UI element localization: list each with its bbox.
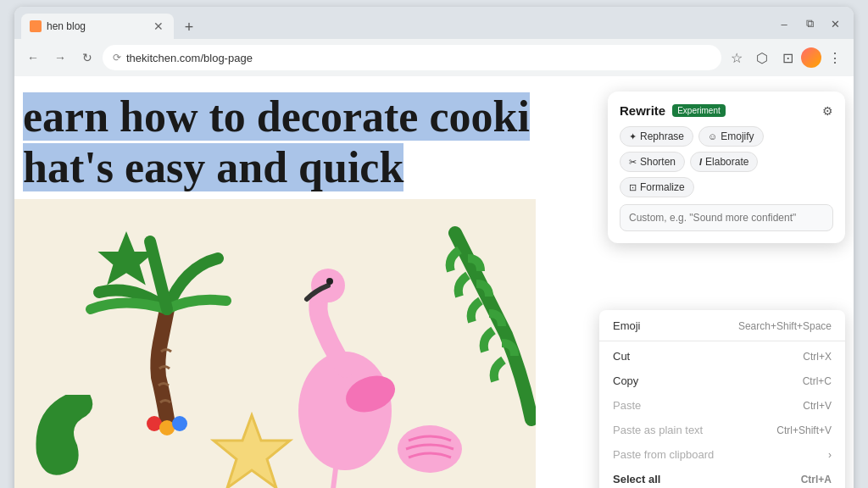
rephrase-button[interactable]: ✦ Rephrase	[620, 126, 693, 147]
gear-icon[interactable]: ⚙	[822, 104, 833, 118]
shorten-icon: ✂	[629, 157, 637, 168]
browser-window: hen blog ✕ + – ⧉ ✕ ← → ↻ ⟳ thekitchen.co…	[14, 7, 854, 488]
page-content: earn how to decorate cooki hat's easy an…	[14, 76, 854, 488]
copy-shortcut: Ctrl+C	[803, 375, 832, 387]
paste-clipboard-label: Paste from clipboard	[613, 448, 714, 461]
heading-highlight-2: hat's easy and quick	[23, 143, 403, 191]
url-text: thekitchen.com/blog-page	[126, 52, 711, 64]
cut-shortcut: Ctrl+X	[803, 351, 832, 363]
browser-tab[interactable]: hen blog ✕	[21, 14, 174, 39]
shorten-label: Shorten	[640, 156, 676, 168]
rewrite-title-wrap: Rewrite Experiment	[620, 103, 726, 118]
toolbar-icons: ☆ ⬡ ⊡ ⋮	[725, 46, 847, 69]
context-menu-select-all[interactable]: Select all Ctrl+A	[599, 467, 845, 488]
emojify-icon: ☺	[708, 131, 717, 141]
select-all-shortcut: Ctrl+A	[801, 474, 832, 485]
paste-label: Paste	[613, 399, 641, 412]
context-menu-emoji[interactable]: Emoji Search+Shift+Space	[599, 313, 845, 338]
tab-close-button[interactable]: ✕	[152, 19, 165, 34]
cookie-image	[14, 199, 536, 488]
emojify-button[interactable]: ☺ Emojify	[698, 126, 764, 147]
emoji-shortcut: Search+Shift+Space	[738, 320, 832, 332]
maximize-button[interactable]: ⧉	[798, 12, 821, 36]
experiment-badge: Experiment	[672, 104, 726, 117]
back-button[interactable]: ←	[21, 46, 45, 69]
lock-icon: ⟳	[113, 52, 121, 64]
tab-bar: hen blog ✕ + – ⧉ ✕	[14, 7, 854, 39]
heading-line1: earn how to decorate cooki	[23, 92, 530, 142]
elaborate-button[interactable]: I Elaborate	[690, 152, 758, 172]
paste-plain-label: Paste as plain text	[613, 424, 703, 436]
paste-shortcut: Ctrl+V	[803, 400, 832, 412]
paste-plain-shortcut: Ctrl+Shift+V	[776, 424, 832, 436]
context-menu-paste-plain: Paste as plain text Ctrl+Shift+V	[599, 418, 845, 442]
select-all-label: Select all	[613, 473, 660, 485]
rewrite-panel-header: Rewrite Experiment ⚙	[620, 103, 833, 118]
context-menu-paste: Paste Ctrl+V	[599, 393, 845, 418]
tab-favicon	[30, 20, 42, 32]
rephrase-icon: ✦	[629, 131, 637, 142]
formalize-button[interactable]: ⊡ Formalize	[620, 177, 694, 197]
minimize-button[interactable]: –	[772, 12, 796, 36]
emojify-label: Emojify	[721, 130, 754, 142]
close-button[interactable]: ✕	[823, 12, 847, 36]
rephrase-label: Rephrase	[640, 130, 684, 142]
tab-title: hen blog	[47, 20, 147, 32]
svg-point-7	[326, 278, 333, 285]
heading-line2: hat's easy and quick	[23, 142, 530, 193]
address-bar-row: ← → ↻ ⟳ thekitchen.com/blog-page ☆ ⬡ ⊡ ⋮	[14, 39, 854, 76]
address-bar[interactable]: ⟳ thekitchen.com/blog-page	[103, 45, 721, 70]
context-menu-copy[interactable]: Copy Ctrl+C	[599, 369, 845, 393]
formalize-icon: ⊡	[629, 182, 637, 193]
rewrite-panel: Rewrite Experiment ⚙ ✦ Rephrase ☺ Emojif…	[608, 92, 845, 243]
reload-button[interactable]: ↻	[75, 46, 99, 69]
blog-heading: earn how to decorate cooki hat's easy an…	[23, 92, 530, 193]
heading-highlight-1: earn how to decorate cooki	[23, 92, 530, 141]
elaborate-icon: I	[699, 157, 702, 167]
custom-rewrite-input[interactable]	[620, 204, 833, 231]
bookmark-button[interactable]: ☆	[725, 46, 748, 69]
new-tab-button[interactable]: +	[177, 15, 201, 39]
formalize-label: Formalize	[640, 181, 685, 193]
forward-button[interactable]: →	[48, 46, 72, 69]
context-divider-1	[599, 341, 845, 341]
shorten-button[interactable]: ✂ Shorten	[620, 152, 685, 172]
cut-label: Cut	[613, 350, 630, 363]
context-menu: Emoji Search+Shift+Space Cut Ctrl+X Copy…	[599, 310, 845, 488]
svg-point-4	[172, 416, 187, 431]
context-menu-cut[interactable]: Cut Ctrl+X	[599, 344, 845, 369]
rewrite-buttons: ✦ Rephrase ☺ Emojify ✂ Shorten I Elabora…	[620, 126, 833, 197]
cookie-scene-svg	[14, 199, 536, 488]
emoji-label: Emoji	[613, 319, 641, 332]
elaborate-label: Elaborate	[705, 156, 748, 168]
window-controls: – ⧉ ✕	[772, 12, 854, 39]
menu-button[interactable]: ⋮	[823, 46, 847, 69]
context-menu-paste-clipboard: Paste from clipboard ›	[599, 442, 845, 467]
copy-label: Copy	[613, 374, 638, 387]
paste-clipboard-shortcut: ›	[828, 449, 832, 461]
extension-button[interactable]: ⬡	[750, 46, 774, 69]
profile-button[interactable]	[801, 47, 821, 68]
rewrite-title: Rewrite	[620, 103, 665, 118]
tab-grid-button[interactable]: ⊡	[776, 46, 799, 69]
